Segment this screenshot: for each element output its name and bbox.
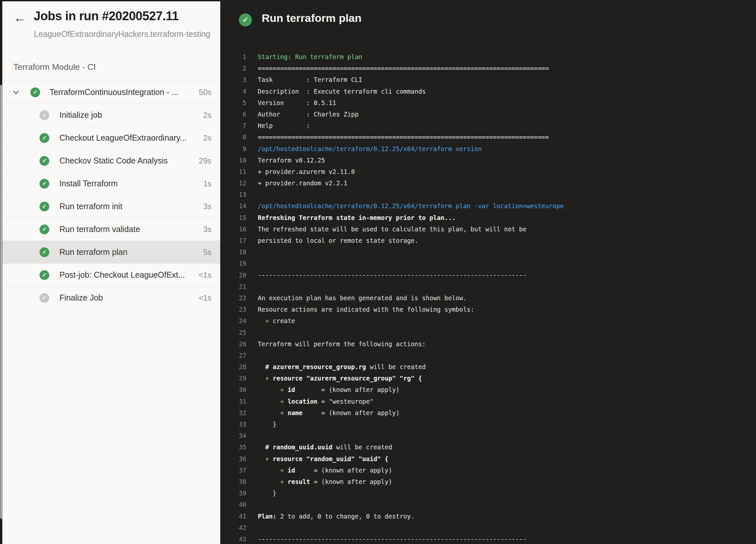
log-line-number[interactable]: 5 bbox=[220, 97, 246, 109]
log-line-text: + provider.azurerm v2.11.0 bbox=[246, 166, 355, 178]
job-row[interactable]: ✓Checkov Static Code Analysis29s bbox=[2, 149, 220, 172]
log-line-number[interactable]: 13 bbox=[220, 189, 246, 200]
log-line-text: + name = (known after apply) bbox=[246, 407, 400, 419]
job-row[interactable]: ✓Run terraform init3s bbox=[2, 195, 220, 218]
log-line-number[interactable]: 20 bbox=[220, 270, 246, 281]
log-line-text bbox=[246, 281, 258, 292]
log-line-text: Refreshing Terraform state in-memory pri… bbox=[246, 212, 455, 224]
log-line-number[interactable]: 1 bbox=[220, 51, 246, 63]
log-line-text bbox=[246, 350, 258, 361]
log-line: 12+ provider.random v2.2.1 bbox=[220, 178, 756, 189]
log-line-number[interactable]: 39 bbox=[220, 488, 246, 499]
success-check-icon: ✓ bbox=[39, 156, 49, 166]
log-line: 20--------------------------------------… bbox=[220, 270, 756, 281]
log-line: 27 bbox=[220, 350, 756, 361]
log-line: 26Terraform will perform the following a… bbox=[220, 338, 756, 350]
log-line-number[interactable]: 14 bbox=[220, 200, 246, 212]
log-line-number[interactable]: 12 bbox=[220, 178, 246, 189]
log-line-text: Resource actions are indicated with the … bbox=[246, 304, 474, 315]
log-line-number[interactable]: 37 bbox=[220, 465, 246, 476]
job-row[interactable]: ✓Install Terraform1s bbox=[2, 172, 220, 195]
log-line-number[interactable]: 4 bbox=[220, 86, 246, 97]
log-line: 34 bbox=[220, 430, 756, 442]
log-line-number[interactable]: 8 bbox=[220, 132, 246, 143]
job-row[interactable]: ✓Initialize job2s bbox=[2, 103, 220, 126]
log-line-text: + resource "random_uuid" "uuid" { bbox=[246, 453, 388, 465]
back-button[interactable]: ← bbox=[13, 11, 26, 24]
log-line: 33 } bbox=[220, 419, 756, 430]
scrollbar-thumb[interactable] bbox=[0, 85, 2, 519]
log-line: 6Author : Charles Zipp bbox=[220, 109, 756, 120]
log-line: 40 bbox=[220, 499, 756, 510]
success-check-icon: ✓ bbox=[239, 13, 252, 26]
log-line: 31 + location = "westeurope" bbox=[220, 396, 756, 407]
log-line-text: # random_uuid.uuid will be created bbox=[246, 442, 392, 453]
log-line-number[interactable]: 31 bbox=[220, 396, 246, 407]
job-label: Run terraform init bbox=[59, 202, 203, 211]
job-duration: 29s bbox=[199, 156, 211, 165]
log-line-text: /opt/hostedtoolcache/terraform/0.12.25/x… bbox=[246, 200, 564, 212]
job-row[interactable]: ✓Run terraform validate3s bbox=[2, 218, 220, 241]
log-line-number[interactable]: 35 bbox=[220, 442, 246, 453]
log-line-number[interactable]: 33 bbox=[220, 419, 246, 430]
log-line: 16The refreshed state will be used to ca… bbox=[220, 224, 756, 235]
left-scrollbar[interactable] bbox=[0, 1, 2, 544]
job-label: Run terraform validate bbox=[59, 225, 203, 234]
job-row[interactable]: ✓Checkout LeagueOfExtraordinary...2s bbox=[2, 126, 220, 149]
success-check-icon: ✓ bbox=[39, 270, 49, 280]
log-line: 3Task : Terraform CLI bbox=[220, 74, 756, 85]
log-line: 38 + result = (known after apply) bbox=[220, 476, 756, 488]
log-line: 24 + create bbox=[220, 315, 756, 327]
log-line-number[interactable]: 7 bbox=[220, 120, 246, 132]
log-line-number[interactable]: 22 bbox=[220, 292, 246, 304]
log-line-number[interactable]: 42 bbox=[220, 522, 246, 534]
log-line: 17persisted to local or remote state sto… bbox=[220, 235, 756, 246]
log-line-number[interactable]: 17 bbox=[220, 235, 246, 246]
log-line-number[interactable]: 34 bbox=[220, 430, 246, 442]
log-line-number[interactable]: 23 bbox=[220, 304, 246, 315]
log-line-number[interactable]: 15 bbox=[220, 212, 246, 224]
log-line-number[interactable]: 25 bbox=[220, 327, 246, 338]
job-label: Post-job: Checkout LeagueOfExt... bbox=[59, 270, 199, 280]
log-line-number[interactable]: 24 bbox=[220, 315, 246, 327]
log-line-number[interactable]: 21 bbox=[220, 281, 246, 292]
log-line-text bbox=[246, 327, 258, 338]
log-line: 7Help : bbox=[220, 120, 756, 132]
log-line-number[interactable]: 28 bbox=[220, 361, 246, 373]
log-line-text: ----------------------------------------… bbox=[246, 270, 527, 281]
job-row[interactable]: ✓TerraformContinuousIntegration - ...50s bbox=[2, 81, 220, 103]
log-line-number[interactable]: 32 bbox=[220, 407, 246, 419]
log-line-text bbox=[246, 258, 258, 269]
log-line-number[interactable]: 43 bbox=[220, 534, 246, 544]
log-line: 25 bbox=[220, 327, 756, 338]
log-line-number[interactable]: 27 bbox=[220, 350, 246, 361]
log-line: 28 # azurerm_resource_group.rg will be c… bbox=[220, 361, 756, 373]
log-line-number[interactable]: 29 bbox=[220, 373, 246, 384]
job-row[interactable]: ✓Post-job: Checkout LeagueOfExt...<1s bbox=[2, 263, 220, 286]
log-line-number[interactable]: 3 bbox=[220, 74, 246, 85]
log-line-number[interactable]: 38 bbox=[220, 476, 246, 488]
log-line-number[interactable]: 30 bbox=[220, 384, 246, 396]
job-row[interactable]: ✓Finalize Job<1s bbox=[2, 286, 220, 309]
chevron-down-icon[interactable] bbox=[12, 88, 20, 96]
jobs-run-page: ← Jobs in run #20200527.11 LeagueOfExtra… bbox=[0, 0, 756, 544]
log-line-number[interactable]: 26 bbox=[220, 338, 246, 350]
log-line: 4Description : Execute terraform cli com… bbox=[220, 86, 756, 97]
log-line-number[interactable]: 16 bbox=[220, 224, 246, 235]
log-line-number[interactable]: 41 bbox=[220, 511, 246, 522]
job-row[interactable]: ✓Run terraform plan5s bbox=[2, 241, 220, 263]
log-line-number[interactable]: 19 bbox=[220, 258, 246, 269]
log-line-number[interactable]: 11 bbox=[220, 166, 246, 178]
log-line-number[interactable]: 10 bbox=[220, 155, 246, 166]
log-line-text bbox=[246, 246, 258, 258]
log-line-number[interactable]: 18 bbox=[220, 246, 246, 258]
log-line-number[interactable]: 9 bbox=[220, 143, 246, 155]
log-line: 13 bbox=[220, 189, 756, 200]
log-line-text: } bbox=[246, 488, 276, 499]
log-line-text: + location = "westeurope" bbox=[246, 396, 374, 407]
log-line-number[interactable]: 36 bbox=[220, 453, 246, 465]
log-line-number[interactable]: 6 bbox=[220, 109, 246, 120]
log-line-number[interactable]: 40 bbox=[220, 499, 246, 510]
log-line-number[interactable]: 2 bbox=[220, 63, 246, 74]
job-duration: 2s bbox=[203, 133, 211, 143]
